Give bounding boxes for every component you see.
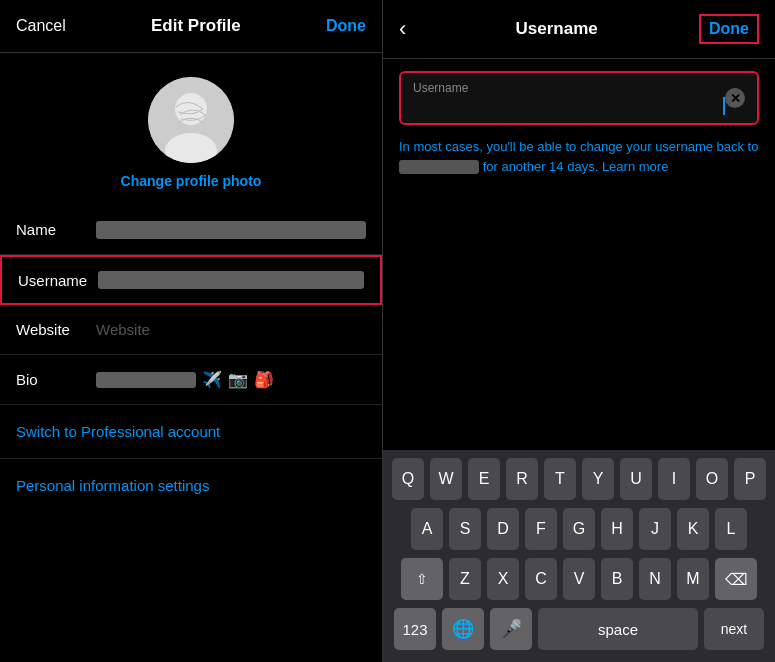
key-m[interactable]: M (677, 558, 709, 600)
key-p[interactable]: P (734, 458, 766, 500)
delete-key[interactable]: ⌫ (715, 558, 757, 600)
key-t[interactable]: T (544, 458, 576, 500)
key-o[interactable]: O (696, 458, 728, 500)
name-value[interactable] (96, 221, 366, 239)
key-s[interactable]: S (449, 508, 481, 550)
left-header: Cancel Edit Profile Done (0, 0, 382, 53)
keyboard-row-3: ⇧ Z X C V B N M ⌫ (387, 558, 771, 600)
bio-row: Bio ✈️ 📷 🎒 (0, 355, 382, 405)
switch-professional-button[interactable]: Switch to Professional account (0, 405, 382, 459)
next-key[interactable]: next (704, 608, 764, 650)
globe-key[interactable]: 🌐 (442, 608, 484, 650)
key-i[interactable]: I (658, 458, 690, 500)
key-k[interactable]: K (677, 508, 709, 550)
profile-photo-section: Change profile photo (0, 53, 382, 205)
bio-emoji-camera: 📷 (228, 370, 248, 389)
name-label: Name (16, 221, 96, 238)
cancel-button[interactable]: Cancel (16, 17, 66, 35)
page-title: Edit Profile (151, 16, 241, 36)
keyboard-row-4: 123 🌐 🎤 space next (387, 608, 771, 650)
key-d[interactable]: D (487, 508, 519, 550)
name-row: Name (0, 205, 382, 255)
key-b[interactable]: B (601, 558, 633, 600)
blurred-username (399, 160, 479, 174)
key-y[interactable]: Y (582, 458, 614, 500)
keyboard-row-1: Q W E R T Y U I O P (387, 458, 771, 500)
username-edit-panel: ‹ Username Done Username ✕ In most cases… (383, 0, 775, 662)
website-row: Website Website (0, 305, 382, 355)
key-g[interactable]: G (563, 508, 595, 550)
username-hint: In most cases, you'll be able to change … (383, 137, 775, 188)
key-r[interactable]: R (506, 458, 538, 500)
learn-more-link[interactable]: Learn more (602, 159, 668, 174)
edit-profile-panel: Cancel Edit Profile Done Change profile … (0, 0, 383, 662)
numbers-key[interactable]: 123 (394, 608, 436, 650)
username-input[interactable] (413, 97, 723, 115)
username-field-label: Username (413, 81, 725, 95)
key-c[interactable]: C (525, 558, 557, 600)
bio-emoji-plane: ✈️ (202, 370, 222, 389)
key-h[interactable]: H (601, 508, 633, 550)
key-z[interactable]: Z (449, 558, 481, 600)
bio-text (96, 372, 196, 388)
back-button[interactable]: ‹ (399, 16, 406, 42)
username-input-wrapper: Username ✕ (399, 71, 759, 125)
key-v[interactable]: V (563, 558, 595, 600)
change-profile-photo-button[interactable]: Change profile photo (121, 173, 262, 189)
keyboard: Q W E R T Y U I O P A S D F G H J K L ⇧ … (383, 450, 775, 662)
microphone-key[interactable]: 🎤 (490, 608, 532, 650)
profile-form: Name Username Website Website Bio ✈️ 📷 🎒… (0, 205, 382, 662)
key-n[interactable]: N (639, 558, 671, 600)
username-row[interactable]: Username (0, 255, 382, 305)
avatar[interactable] (148, 77, 234, 163)
panel-title: Username (414, 19, 699, 39)
keyboard-row-2: A S D F G H J K L (387, 508, 771, 550)
bio-label: Bio (16, 371, 96, 388)
key-u[interactable]: U (620, 458, 652, 500)
key-e[interactable]: E (468, 458, 500, 500)
username-label: Username (18, 272, 98, 289)
key-a[interactable]: A (411, 508, 443, 550)
key-f[interactable]: F (525, 508, 557, 550)
done-button-left[interactable]: Done (326, 17, 366, 35)
key-l[interactable]: L (715, 508, 747, 550)
shift-key[interactable]: ⇧ (401, 558, 443, 600)
key-x[interactable]: X (487, 558, 519, 600)
website-label: Website (16, 321, 96, 338)
key-q[interactable]: Q (392, 458, 424, 500)
right-header: ‹ Username Done (383, 0, 775, 59)
clear-input-button[interactable]: ✕ (725, 88, 745, 108)
done-button-right[interactable]: Done (699, 14, 759, 44)
username-input-section: Username ✕ (383, 59, 775, 137)
input-inner: Username (413, 81, 725, 115)
website-input[interactable]: Website (96, 321, 150, 338)
bio-emoji-bag: 🎒 (254, 370, 274, 389)
personal-info-button[interactable]: Personal information settings (0, 459, 382, 512)
bio-content[interactable]: ✈️ 📷 🎒 (96, 370, 366, 389)
key-w[interactable]: W (430, 458, 462, 500)
username-value[interactable] (98, 271, 364, 289)
space-key[interactable]: space (538, 608, 698, 650)
key-j[interactable]: J (639, 508, 671, 550)
